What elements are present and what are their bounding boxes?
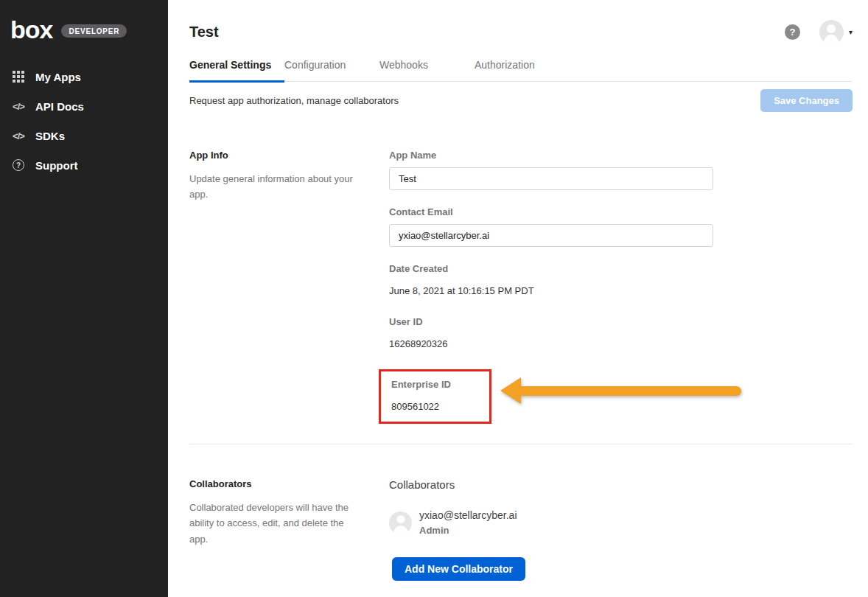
tab-webhooks[interactable]: Webhooks bbox=[379, 59, 475, 81]
subheader: Request app authorization, manage collab… bbox=[189, 89, 853, 112]
collaborators-list-label: Collaborators bbox=[389, 478, 713, 491]
app-info-description: Update general information about your ap… bbox=[189, 171, 365, 203]
tab-bar: General Settings Configuration Webhooks … bbox=[189, 59, 853, 82]
contact-email-label: Contact Email bbox=[389, 206, 713, 218]
sidebar-item-label: My Apps bbox=[35, 71, 81, 83]
sidebar: box DEVELOPER My Apps </> API Docs </> bbox=[0, 0, 168, 597]
collaborator-role: Admin bbox=[419, 525, 517, 536]
sidebar-item-my-apps[interactable]: My Apps bbox=[0, 62, 168, 91]
date-created-label: Date Created bbox=[389, 263, 713, 275]
logo-row: box DEVELOPER bbox=[0, 0, 168, 46]
collaborator-row: yxiao@stellarcyber.ai Admin bbox=[389, 509, 713, 536]
app-info-heading: App Info bbox=[189, 150, 389, 161]
sidebar-item-label: SDKs bbox=[35, 130, 65, 142]
sidebar-item-label: Support bbox=[35, 159, 78, 172]
app-info-left: App Info Update general information abou… bbox=[189, 150, 389, 424]
app-name-label: App Name bbox=[389, 150, 713, 161]
app-name-input[interactable] bbox=[389, 167, 713, 190]
code-icon: </> bbox=[12, 129, 25, 142]
page-title: Test bbox=[189, 24, 219, 41]
enterprise-id-highlight-box: Enterprise ID 809561022 bbox=[379, 369, 491, 424]
sidebar-item-support[interactable]: ? Support bbox=[0, 150, 168, 180]
collaborator-email: yxiao@stellarcyber.ai bbox=[419, 509, 517, 522]
sidebar-nav: My Apps </> API Docs </> SDKs ? Support bbox=[0, 62, 168, 180]
collaborators-left: Collaborators Collaborated developers wi… bbox=[189, 478, 389, 581]
collaborators-section: Collaborators Collaborated developers wi… bbox=[189, 478, 853, 581]
collaborators-panel: Collaborators yxiao@stellarcyber.ai Admi… bbox=[389, 478, 713, 581]
chevron-down-icon[interactable]: ▾ bbox=[849, 28, 853, 36]
collaborators-description: Collaborated developers will have the ab… bbox=[189, 500, 365, 547]
section-divider bbox=[189, 444, 853, 444]
collaborator-avatar bbox=[389, 512, 412, 534]
add-new-collaborator-button[interactable]: Add New Collaborator bbox=[392, 557, 525, 581]
app-info-form: App Name Contact Email Date Created June… bbox=[389, 150, 713, 424]
sidebar-item-label: API Docs bbox=[35, 100, 84, 113]
help-circle-icon: ? bbox=[12, 158, 25, 172]
box-developer-console: box DEVELOPER My Apps </> API Docs </> bbox=[0, 0, 868, 597]
app-header: Test ? ▾ bbox=[189, 0, 853, 44]
box-logo: box bbox=[10, 17, 52, 42]
developer-badge: DEVELOPER bbox=[61, 24, 127, 38]
sidebar-item-sdks[interactable]: </> SDKs bbox=[0, 121, 168, 150]
avatar[interactable] bbox=[819, 20, 844, 44]
date-created-value: June 8, 2021 at 10:16:15 PM PDT bbox=[389, 285, 713, 297]
tab-authorization[interactable]: Authorization bbox=[475, 59, 570, 81]
help-icon[interactable]: ? bbox=[785, 24, 800, 40]
grid-icon bbox=[12, 70, 25, 83]
save-changes-button[interactable]: Save Changes bbox=[760, 89, 853, 112]
collaborator-info: yxiao@stellarcyber.ai Admin bbox=[419, 509, 517, 536]
code-icon: </> bbox=[12, 100, 25, 113]
app-info-section: App Info Update general information abou… bbox=[189, 150, 853, 424]
collaborators-heading: Collaborators bbox=[189, 478, 389, 489]
enterprise-id-label: Enterprise ID bbox=[391, 379, 479, 391]
user-id-label: User ID bbox=[389, 316, 713, 328]
enterprise-id-value: 809561022 bbox=[391, 401, 479, 413]
tab-general-settings[interactable]: General Settings bbox=[189, 59, 284, 83]
header-actions: ? ▾ bbox=[785, 20, 853, 44]
tab-configuration[interactable]: Configuration bbox=[284, 59, 379, 81]
main-content: Test ? ▾ General Settings Configuration … bbox=[168, 0, 868, 597]
user-id-value: 16268920326 bbox=[389, 338, 713, 350]
sidebar-item-api-docs[interactable]: </> API Docs bbox=[0, 91, 168, 121]
subheader-description: Request app authorization, manage collab… bbox=[189, 95, 399, 106]
contact-email-input[interactable] bbox=[389, 224, 713, 247]
